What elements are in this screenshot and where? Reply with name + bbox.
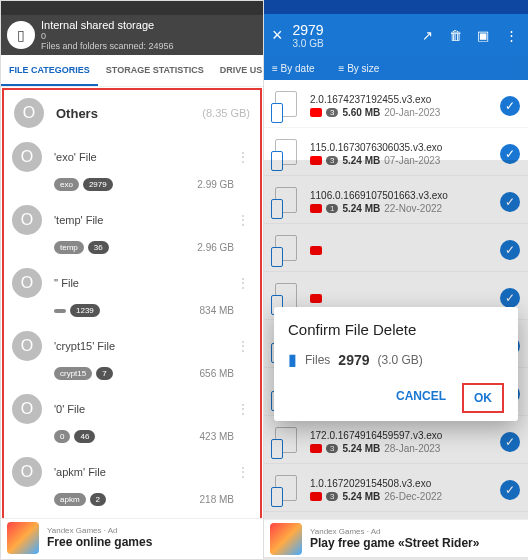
ad-thumb-icon: [7, 522, 39, 554]
more-icon[interactable]: ⋮: [234, 338, 252, 354]
file-size: 218 MB: [200, 494, 234, 505]
ad-thumb-icon: [270, 523, 302, 555]
file-chip: 2: [90, 493, 106, 506]
more-icon[interactable]: ⋮: [234, 212, 252, 228]
file-row[interactable]: O 'apkm' File ⋮ apkm2 218 MB: [4, 451, 260, 514]
file-letter-icon: O: [12, 394, 42, 424]
file-row[interactable]: O 'temp' File ⋮ temp36 2.96 GB: [4, 199, 260, 262]
selection-header: × 2979 3.0 GB ↗ 🗑 ▣ ⋮: [264, 14, 528, 56]
file-size: 2.96 GB: [197, 242, 234, 253]
file-row[interactable]: O 'crypt15' File ⋮ crypt157 656 MB: [4, 325, 260, 388]
file-letter-icon: O: [12, 268, 42, 298]
file-type-icon: [272, 91, 302, 121]
category-size: (8.35 GB): [202, 107, 250, 119]
cancel-button[interactable]: CANCEL: [386, 383, 456, 413]
phone-icon: ▯: [7, 21, 35, 49]
file-name: 115.0.1673076306035.v3.exo: [310, 142, 494, 153]
ad-source: Yandex Games · Ad: [47, 526, 152, 535]
file-chip: 2979: [83, 178, 113, 191]
file-name: 'temp' File: [54, 214, 234, 226]
file-row[interactable]: O '0' File ⋮ 046 423 MB: [4, 388, 260, 451]
file-letter-icon: O: [12, 205, 42, 235]
file-size: 656 MB: [200, 368, 234, 379]
select-all-icon[interactable]: ▣: [474, 28, 492, 43]
storage-count: 0: [41, 31, 174, 41]
sort-by-size[interactable]: ≡ By size: [339, 63, 380, 74]
storage-header: ▯ Internal shared storage 0 Files and fo…: [1, 15, 263, 55]
file-size: 2.99 GB: [197, 179, 234, 190]
file-list-highlighted: O Others (8.35 GB) O 'exo' File ⋮ exo297…: [2, 88, 262, 520]
tab-drive-usage[interactable]: DRIVE US: [212, 55, 264, 86]
file-name: 'apkm' File: [54, 466, 234, 478]
file-size: 5.60 MB: [342, 107, 380, 118]
file-date: 20-Jan-2023: [384, 107, 440, 118]
ad-text: Free online games: [47, 535, 152, 549]
file-letter-icon: O: [12, 457, 42, 487]
ad-banner[interactable]: Yandex Games · Ad Play free game «Street…: [264, 519, 528, 557]
dialog-files-label: Files: [305, 353, 330, 367]
file-size: 423 MB: [200, 431, 234, 442]
more-icon[interactable]: ⋮: [234, 275, 252, 291]
more-icon[interactable]: ⋮: [502, 28, 520, 43]
file-chip: 46: [74, 430, 95, 443]
category-name: Others: [56, 106, 202, 121]
dialog-file-size: (3.0 GB): [378, 353, 423, 367]
ad-text: Play free game «Street Rider»: [310, 536, 479, 550]
file-letter-icon: O: [12, 331, 42, 361]
category-letter-icon: O: [14, 98, 44, 128]
status-bar: [1, 1, 263, 15]
file-row[interactable]: O 'exo' File ⋮ exo2979 2.99 GB: [4, 136, 260, 199]
file-chip: 36: [88, 241, 109, 254]
file-badge: 3: [326, 108, 338, 117]
file-chip: [54, 309, 66, 313]
ok-button[interactable]: OK: [462, 383, 504, 413]
more-icon[interactable]: ⋮: [234, 149, 252, 165]
sort-by-date[interactable]: ≡ By date: [272, 63, 315, 74]
dialog-title: Confirm File Delete: [288, 321, 504, 338]
file-name: 'crypt15' File: [54, 340, 234, 352]
category-header[interactable]: O Others (8.35 GB): [4, 90, 260, 136]
file-name: '' File: [54, 277, 234, 289]
file-chip: apkm: [54, 493, 86, 506]
file-row[interactable]: O '' File ⋮ 1239 834 MB: [4, 262, 260, 325]
status-bar: [264, 0, 528, 14]
more-icon[interactable]: ⋮: [234, 401, 252, 417]
file-list: 2.0.1674237192455.v3.exo 3 5.60 MB 20-Ja…: [264, 80, 528, 560]
file-chip: exo: [54, 178, 79, 191]
confirm-delete-dialog: Confirm File Delete ▮ Files 2979 (3.0 GB…: [274, 307, 518, 421]
file-row[interactable]: 2.0.1674237192455.v3.exo 3 5.60 MB 20-Ja…: [264, 80, 528, 128]
selection-size: 3.0 GB: [293, 38, 408, 49]
close-icon[interactable]: ×: [272, 25, 283, 46]
file-name: '0' File: [54, 403, 234, 415]
sort-bar: ≡ By date ≡ By size: [264, 56, 528, 80]
dialog-file-count: 2979: [338, 352, 369, 368]
file-letter-icon: O: [12, 142, 42, 172]
file-chip: 7: [96, 367, 112, 380]
file-icon: ▮: [288, 350, 297, 369]
file-chip: crypt15: [54, 367, 92, 380]
file-chip: temp: [54, 241, 84, 254]
right-screen: × 2979 3.0 GB ↗ 🗑 ▣ ⋮ ≡ By date ≡ By siz…: [264, 0, 528, 560]
ad-source: Yandex Games · Ad: [310, 527, 479, 536]
storage-scanned: Files and folders scanned: 24956: [41, 41, 174, 51]
file-size: 834 MB: [200, 305, 234, 316]
tab-file-categories[interactable]: FILE CATEGORIES: [1, 55, 98, 86]
storage-title: Internal shared storage: [41, 19, 174, 31]
left-screen: ▯ Internal shared storage 0 Files and fo…: [0, 0, 264, 560]
youtube-icon: [310, 108, 322, 117]
file-chip: 1239: [70, 304, 100, 317]
delete-icon[interactable]: 🗑: [446, 28, 464, 43]
file-name: 2.0.1674237192455.v3.exo: [310, 94, 494, 105]
tabs: FILE CATEGORIES STORAGE STATISTICS DRIVE…: [1, 55, 263, 87]
more-icon[interactable]: ⋮: [234, 464, 252, 480]
tab-storage-statistics[interactable]: STORAGE STATISTICS: [98, 55, 212, 86]
ad-banner[interactable]: Yandex Games · Ad Free online games: [1, 518, 263, 556]
file-chip: 0: [54, 430, 70, 443]
file-name: 'exo' File: [54, 151, 234, 163]
checked-icon[interactable]: ✓: [500, 96, 520, 116]
selection-count: 2979: [293, 22, 408, 38]
share-icon[interactable]: ↗: [418, 28, 436, 43]
